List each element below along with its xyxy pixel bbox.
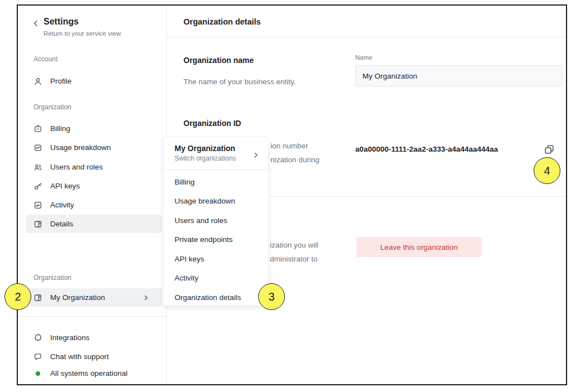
copy-id-button[interactable] [543, 143, 555, 156]
section-label-organization: Organization [33, 103, 71, 111]
dropdown-item-private-endpoints[interactable]: Private endpoints [163, 230, 268, 250]
sidebar-item-label: Users and roles [50, 163, 103, 171]
name-field-label: Name [355, 54, 372, 61]
sidebar-item-system-status[interactable]: All systems operational [26, 364, 162, 383]
sidebar-item-api-keys[interactable]: API keys [26, 177, 162, 195]
dropdown-item-usage-breakdown[interactable]: Usage breakdown [163, 192, 268, 211]
sidebar-item-chat-with-support[interactable]: Chat with support [26, 347, 162, 366]
organization-icon [33, 293, 42, 302]
dropdown-org-switcher[interactable]: My Organization Switch organizations [163, 137, 268, 170]
section-label-account: Account [33, 55, 57, 63]
chevron-right-icon [253, 151, 259, 157]
sidebar-divider [18, 316, 166, 317]
sidebar-item-label: Profile [50, 77, 71, 85]
usage-icon [33, 143, 42, 152]
users-icon [33, 163, 42, 172]
sidebar-item-profile[interactable]: Profile [26, 72, 162, 90]
billing-icon [33, 124, 42, 133]
status-dot [33, 369, 42, 378]
org-id-description-truncated: ion number nization during [270, 139, 320, 167]
section-label-organization-2: Organization [33, 274, 71, 282]
leave-organization-button[interactable]: Leave this organization [356, 237, 482, 257]
org-id-section-title: Organization ID [183, 119, 241, 128]
chat-icon [33, 352, 42, 361]
details-icon [33, 220, 42, 229]
sidebar-item-users-and-roles[interactable]: Users and roles [26, 158, 162, 176]
dropdown-org-name: My Organization [175, 144, 259, 153]
sidebar-item-my-organization[interactable]: My Organization [26, 288, 162, 307]
sidebar-item-label: Activity [50, 201, 74, 209]
dropdown-item-billing[interactable]: Billing [163, 172, 268, 192]
dropdown-item-activity[interactable]: Activity [163, 269, 268, 288]
dropdown-item-api-keys[interactable]: API keys [163, 249, 268, 269]
sidebar-item-usage-breakdown[interactable]: Usage breakdown [26, 138, 162, 157]
sidebar-item-label: Billing [50, 124, 70, 133]
sidebar-item-details[interactable]: Details [26, 215, 162, 233]
profile-icon [33, 77, 42, 86]
sidebar-item-label: API keys [50, 182, 80, 190]
sidebar-item-activity[interactable]: Activity [26, 196, 162, 214]
dropdown-item-users-and-roles[interactable]: Users and roles [163, 211, 268, 230]
dropdown-item-organization-details[interactable]: Organization details [163, 288, 268, 307]
settings-sidebar: Settings Return to your service view Acc… [18, 6, 167, 384]
annotation-callout-3: 3 [258, 283, 285, 310]
key-icon [33, 182, 42, 191]
organization-dropdown-menu: My Organization Switch organizations Bil… [163, 137, 269, 306]
sidebar-item-label: All systems operational [50, 369, 128, 378]
app-window: Settings Return to your service view Acc… [17, 4, 567, 385]
annotation-callout-4: 4 [534, 157, 560, 184]
sidebar-item-label: My Organization [50, 293, 105, 302]
organization-id-value: a0a00000-1111-2aa2-a333-a4a44aa444aa [355, 145, 498, 153]
leave-description-truncated: ization you will dministrator to [270, 238, 318, 266]
puzzle-icon [33, 333, 42, 342]
chevron-right-icon [143, 294, 149, 301]
back-chevron-icon[interactable] [31, 19, 40, 28]
org-name-section-description: The name of your business entity. [183, 78, 296, 86]
header-divider [167, 37, 566, 37]
sidebar-subtitle: Return to your service view [43, 30, 121, 37]
activity-icon [33, 201, 42, 210]
sidebar-item-label: Usage breakdown [50, 143, 111, 152]
sidebar-item-label: Chat with support [50, 352, 109, 361]
sidebar-title: Settings [43, 17, 79, 27]
annotation-callout-2: 2 [4, 283, 31, 310]
dropdown-org-subtitle: Switch organizations [175, 154, 259, 162]
org-name-section-title: Organization name [183, 56, 254, 65]
sidebar-item-billing[interactable]: Billing [26, 119, 162, 138]
sidebar-item-label: Integrations [50, 333, 90, 342]
sidebar-item-label: Details [50, 220, 73, 228]
page-title: Organization details [183, 17, 261, 26]
organization-name-input[interactable] [355, 65, 563, 86]
sidebar-item-integrations[interactable]: Integrations [26, 328, 162, 347]
